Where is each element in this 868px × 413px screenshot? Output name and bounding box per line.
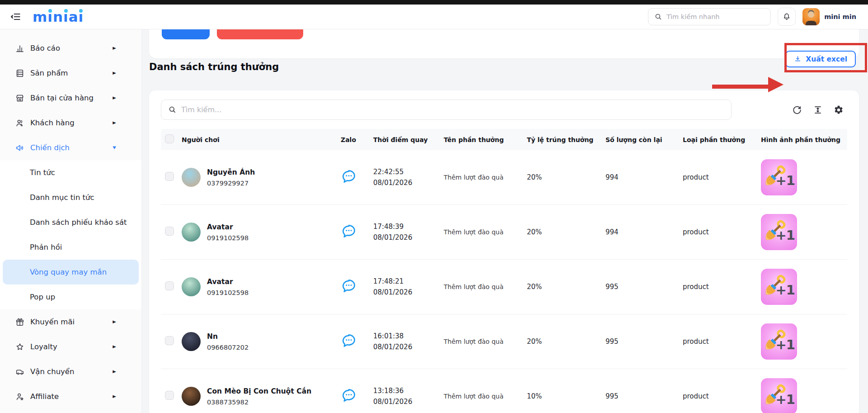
username: mini min <box>824 13 856 20</box>
submenu-item-tin-tuc[interactable]: Tin tức <box>0 160 141 185</box>
player-avatar <box>182 277 201 296</box>
prize-plus-badge: +1 <box>776 228 795 243</box>
spin-time: 16:01:38 <box>373 331 440 342</box>
player-phone: 0966807202 <box>207 344 249 351</box>
settings-icon[interactable] <box>834 105 844 115</box>
table-search-input[interactable] <box>181 105 724 114</box>
spin-time: 17:48:21 <box>373 276 440 287</box>
brand-logo[interactable]: mınıaı <box>33 9 84 24</box>
spin-date: 08/01/2026 <box>373 177 440 188</box>
remaining-quantity: 995 <box>602 392 679 400</box>
remaining-quantity: 994 <box>602 173 679 181</box>
table-row: Con Mèo Bị Con Chuột Cắn 0388735982 13:1… <box>161 369 847 413</box>
campaign-submenu: Tin tức Danh mục tin tức Danh sách phiếu… <box>0 160 141 309</box>
sidebar-item-van-chuyen[interactable]: Vận chuyển ▶ <box>0 359 141 384</box>
submenu-item-phieu-khao-sat[interactable]: Danh sách phiếu khảo sát <box>0 210 141 235</box>
submenu-item-danh-muc-tin-tuc[interactable]: Danh mục tin tức <box>0 185 141 210</box>
zalo-chat-icon[interactable] <box>341 332 357 349</box>
sidebar-item-khuyen-mai[interactable]: Khuyến mãi ▶ <box>0 309 141 334</box>
row-checkbox[interactable] <box>165 391 174 400</box>
chevron-right-icon: ▶ <box>113 345 116 349</box>
row-checkbox[interactable] <box>165 227 174 236</box>
chevron-right-icon: ▶ <box>113 394 116 399</box>
player-avatar <box>182 387 201 406</box>
export-excel-button[interactable]: Xuất excel <box>785 51 856 67</box>
submenu-item-phan-hoi[interactable]: Phản hồi <box>0 235 141 260</box>
column-header-win-rate: Tỷ lệ trúng thưởng <box>523 136 602 143</box>
notifications-button[interactable] <box>778 8 796 26</box>
row-checkbox[interactable] <box>165 336 174 345</box>
column-header-prize-type: Loại phần thưởng <box>679 136 757 143</box>
prize-plus-badge: +1 <box>776 392 795 407</box>
chevron-right-icon: ▶ <box>113 71 116 75</box>
quick-search-box <box>648 8 771 25</box>
star-icon <box>15 342 25 352</box>
table-row: Avatar 0919102598 17:48:21 08/01/2026 Th… <box>161 260 847 314</box>
affiliate-icon <box>15 392 25 402</box>
quick-search-input[interactable] <box>666 13 765 20</box>
spin-time: 17:48:39 <box>373 221 440 232</box>
prize-name: Thêm lượt đào quà <box>440 228 523 236</box>
sidebar-item-affiliate[interactable]: Affiliate ▶ <box>0 384 141 409</box>
spin-date: 08/01/2026 <box>373 342 440 352</box>
submenu-item-pop-up[interactable]: Pop up <box>0 285 141 309</box>
player-phone: 0388735982 <box>207 399 311 406</box>
top-card-partial <box>149 29 859 58</box>
page-title: Danh sách trúng thưởng <box>149 62 279 72</box>
sidebar-item-label: Khách hàng <box>30 119 107 127</box>
row-checkbox[interactable] <box>165 281 174 290</box>
column-header-remaining: Số lượng còn lại <box>602 136 679 143</box>
prize-image: +1 <box>761 378 797 413</box>
refresh-icon[interactable] <box>792 105 802 115</box>
select-all-checkbox[interactable] <box>165 134 174 143</box>
spin-time: 13:18:36 <box>373 385 440 396</box>
user-menu[interactable]: mini min <box>802 8 856 25</box>
partial-red-button[interactable] <box>217 29 303 39</box>
table-body: Nguyễn Ánh 0379929927 22:42:55 08/01/202… <box>161 150 847 413</box>
annotation-arrow <box>712 85 769 89</box>
bar-chart-icon <box>15 43 25 53</box>
submenu-item-vong-quay-may-man[interactable]: Vòng quay may mắn <box>3 260 139 285</box>
download-icon <box>794 55 802 63</box>
prize-name: Thêm lượt đào quà <box>440 393 523 400</box>
store-icon <box>15 93 25 103</box>
prize-plus-badge: +1 <box>776 337 795 352</box>
sidebar-item-chien-dich[interactable]: Chiến dịch ▼ <box>0 135 141 160</box>
player-name: Nn <box>207 332 249 341</box>
app-header: mınıaı mini min <box>0 5 868 29</box>
chevron-right-icon: ▶ <box>113 370 116 374</box>
prize-type: product <box>679 392 757 400</box>
collapse-sidebar-icon[interactable] <box>9 10 23 24</box>
sidebar-item-label: Báo cáo <box>30 44 107 52</box>
main-content: Danh sách trúng thưởng Xuất excel <box>142 29 868 413</box>
zalo-chat-icon[interactable] <box>341 168 357 185</box>
win-rate: 10% <box>523 392 602 400</box>
bell-icon <box>782 12 791 21</box>
prize-image: +1 <box>761 323 797 360</box>
row-height-icon[interactable] <box>813 105 823 115</box>
prize-plus-badge: +1 <box>776 282 795 298</box>
sidebar-item-ban-tai-cua-hang[interactable]: Bán tại cửa hàng ▶ <box>0 85 141 110</box>
prize-type: product <box>679 337 757 346</box>
partial-blue-button[interactable] <box>162 29 210 39</box>
sidebar-item-san-pham[interactable]: Sản phẩm ▶ <box>0 61 141 85</box>
row-checkbox[interactable] <box>165 172 174 181</box>
zalo-chat-icon[interactable] <box>341 387 357 404</box>
player-phone: 0919102598 <box>207 234 249 242</box>
table-row: Avatar 0919102598 17:48:39 08/01/2026 Th… <box>161 205 847 260</box>
sidebar-item-bao-cao[interactable]: Báo cáo ▶ <box>0 36 141 61</box>
sidebar-item-label: Chiến dịch <box>30 143 107 152</box>
column-header-player: Người chơi <box>178 136 337 143</box>
player-name: Avatar <box>207 223 249 231</box>
chevron-right-icon: ▶ <box>113 46 116 50</box>
sidebar-item-khach-hang[interactable]: Khách hàng ▶ <box>0 110 141 135</box>
prize-name: Thêm lượt đào quà <box>440 174 523 181</box>
zalo-chat-icon[interactable] <box>341 223 357 239</box>
zalo-chat-icon[interactable] <box>341 278 357 294</box>
win-rate: 20% <box>523 173 602 181</box>
truck-icon <box>15 367 25 377</box>
table-search-box <box>161 100 732 120</box>
sidebar-item-loyalty[interactable]: Loyalty ▶ <box>0 334 141 359</box>
search-icon <box>168 105 177 114</box>
column-header-prize-name: Tên phần thưởng <box>440 136 523 143</box>
